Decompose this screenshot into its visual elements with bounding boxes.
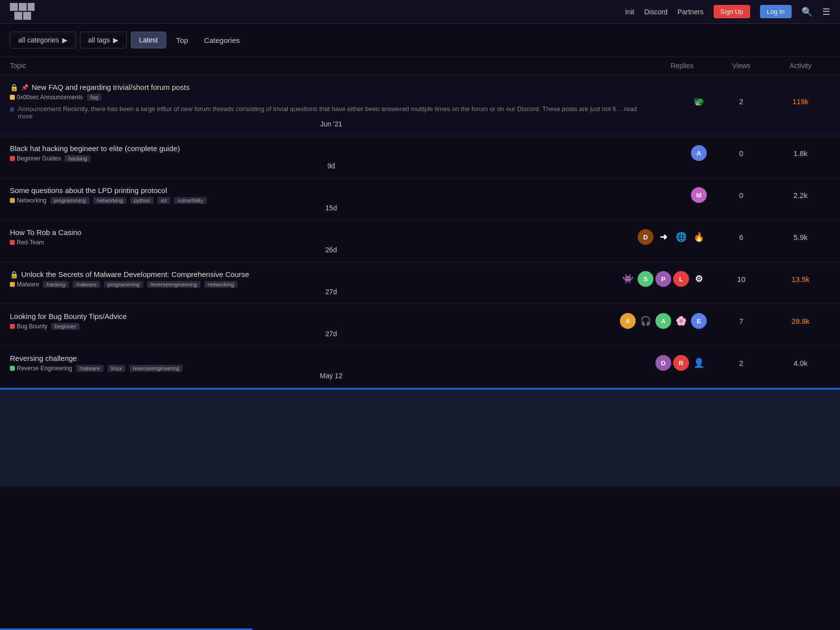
svg-rect-2 bbox=[28, 3, 35, 11]
avatar: D bbox=[638, 229, 653, 245]
avatar: A bbox=[691, 145, 707, 161]
category-name: Red-Team bbox=[17, 239, 44, 246]
avatar: M bbox=[691, 187, 707, 203]
avatar: 🐲 bbox=[691, 94, 707, 110]
categories-button[interactable]: Categories bbox=[198, 32, 246, 48]
activity-date: Jun '21 bbox=[10, 120, 652, 128]
nav-init[interactable]: Init bbox=[625, 8, 635, 16]
tag-badge[interactable]: faq bbox=[87, 94, 101, 101]
tag-badge[interactable]: programming bbox=[50, 197, 89, 204]
tag-badge[interactable]: reverseengineering bbox=[129, 365, 183, 372]
topic-title: 🔒Unlock the Secrets of Malware Developme… bbox=[10, 270, 652, 278]
category-badge[interactable]: Bug Bounty bbox=[10, 323, 47, 330]
topic-meta: Malwarehackingmalwareprogrammingreversee… bbox=[10, 281, 652, 288]
views-count: 1.8k bbox=[771, 149, 830, 158]
topic-link[interactable]: How To Rob a Casino bbox=[10, 228, 81, 236]
avatar: 🎧 bbox=[638, 313, 653, 329]
nav-discord[interactable]: Discord bbox=[644, 8, 667, 16]
tag-badge[interactable]: linux bbox=[108, 365, 126, 372]
topic-meta: Red-Team bbox=[10, 239, 652, 246]
topic-avatars: 👾SPL⚙ bbox=[652, 271, 712, 287]
topic-link[interactable]: Looking for Bug Bounty Tips/Advice bbox=[10, 312, 127, 320]
svg-rect-4 bbox=[23, 12, 31, 20]
topic-avatars: D➜🌐🔥 bbox=[652, 229, 712, 245]
avatar: R bbox=[673, 355, 689, 371]
topic-info: Looking for Bug Bounty Tips/AdviceBug Bo… bbox=[10, 312, 652, 330]
category-badge[interactable]: Malware bbox=[10, 281, 39, 288]
views-count: 119k bbox=[771, 97, 830, 106]
all-categories-button[interactable]: all categories ▶ bbox=[10, 32, 76, 48]
topic-meta: Beginner Guideshacking bbox=[10, 155, 652, 162]
category-dot bbox=[10, 366, 15, 371]
login-button[interactable]: Log In bbox=[760, 5, 792, 18]
tag-badge[interactable]: networking bbox=[93, 197, 126, 204]
category-badge[interactable]: 0x00sec Announcements bbox=[10, 94, 83, 101]
tag-badge[interactable]: malware bbox=[73, 281, 100, 288]
topic-avatars: A🎧A🌸E bbox=[652, 313, 712, 329]
all-tags-button[interactable]: all tags ▶ bbox=[80, 32, 127, 48]
views-count: 5.9k bbox=[771, 233, 830, 241]
activity-date: 26d bbox=[10, 246, 652, 254]
tag-badge[interactable]: hacking bbox=[65, 155, 90, 162]
category-badge[interactable]: Reverse Engineering bbox=[10, 365, 72, 372]
activity-date: 27d bbox=[10, 288, 652, 296]
tag-badge[interactable]: hacking bbox=[43, 281, 69, 288]
tag-badge[interactable]: reverseengineering bbox=[147, 281, 200, 288]
replies-count: 0 bbox=[712, 191, 771, 199]
activity-date: 15d bbox=[10, 204, 652, 212]
latest-label: Latest bbox=[139, 36, 158, 44]
tag-badge[interactable]: programming bbox=[104, 281, 143, 288]
latest-button[interactable]: Latest bbox=[131, 32, 166, 48]
tag-badge[interactable]: beginner bbox=[51, 323, 79, 330]
tag-badge[interactable]: iot bbox=[157, 197, 170, 204]
tag-badge[interactable]: malware bbox=[76, 365, 104, 372]
search-icon[interactable]: 🔍 bbox=[802, 6, 812, 17]
topic-avatars: DR👤 bbox=[652, 355, 712, 371]
category-badge[interactable]: Red-Team bbox=[10, 239, 44, 246]
category-dot bbox=[10, 95, 15, 100]
topic-link[interactable]: Reversing challenge bbox=[10, 354, 77, 362]
logo bbox=[10, 3, 35, 21]
table-header: Topic Replies Views Activity bbox=[0, 57, 840, 75]
category-name: 0x00sec Announcements bbox=[17, 94, 83, 101]
avatar: 🌸 bbox=[673, 313, 689, 329]
signup-button[interactable]: Sign Up bbox=[714, 5, 750, 18]
category-name: Networking bbox=[17, 197, 46, 204]
top-label: Top bbox=[176, 36, 188, 44]
views-count: 2.2k bbox=[771, 191, 830, 199]
views-count: 4.0k bbox=[771, 359, 830, 367]
tag-badge[interactable]: vulnerbility bbox=[174, 197, 207, 204]
menu-icon[interactable]: ☰ bbox=[822, 6, 830, 17]
tag-badge[interactable]: networking bbox=[204, 281, 237, 288]
topic-avatars: 🐲 bbox=[652, 94, 712, 110]
views-count: 13.5k bbox=[771, 275, 830, 283]
topic-avatars: M bbox=[652, 187, 712, 203]
nav-partners[interactable]: Partners bbox=[678, 8, 704, 16]
category-badge[interactable]: Networking bbox=[10, 197, 46, 204]
table-row: Black hat hacking begineer to elite (com… bbox=[0, 136, 840, 178]
all-categories-label: all categories bbox=[18, 36, 59, 44]
main-nav: Init Discord Partners Sign Up Log In 🔍 ☰ bbox=[625, 5, 830, 18]
topic-title: Looking for Bug Bounty Tips/Advice bbox=[10, 312, 652, 320]
topic-link[interactable]: Unlock the Secrets of Malware Developmen… bbox=[21, 270, 249, 278]
activity-date: 9d bbox=[10, 162, 652, 170]
svg-rect-3 bbox=[14, 12, 22, 20]
topic-info: Reversing challengeReverse Engineeringma… bbox=[10, 354, 652, 372]
svg-rect-0 bbox=[10, 3, 18, 11]
topic-meta: Bug Bountybeginner bbox=[10, 323, 652, 330]
avatar: A bbox=[620, 313, 636, 329]
tag-badge[interactable]: python bbox=[130, 197, 153, 204]
category-badge[interactable]: Beginner Guides bbox=[10, 155, 61, 162]
bottom-area bbox=[0, 388, 840, 487]
topic-link[interactable]: New FAQ and regarding trivial/short foru… bbox=[32, 83, 190, 91]
topic-link[interactable]: Black hat hacking begineer to elite (com… bbox=[10, 144, 180, 153]
topic-title: 🔒📌New FAQ and regarding trivial/short fo… bbox=[10, 83, 652, 91]
topic-link[interactable]: Some questions about the LPD printing pr… bbox=[10, 186, 167, 195]
replies-count: 2 bbox=[712, 97, 771, 106]
avatar: A bbox=[655, 313, 671, 329]
top-button[interactable]: Top bbox=[170, 32, 194, 48]
table-row: Some questions about the LPD printing pr… bbox=[0, 178, 840, 220]
col-replies-header: Replies bbox=[652, 62, 712, 70]
replies-count: 10 bbox=[712, 275, 771, 283]
col-views-header: Views bbox=[712, 62, 771, 70]
